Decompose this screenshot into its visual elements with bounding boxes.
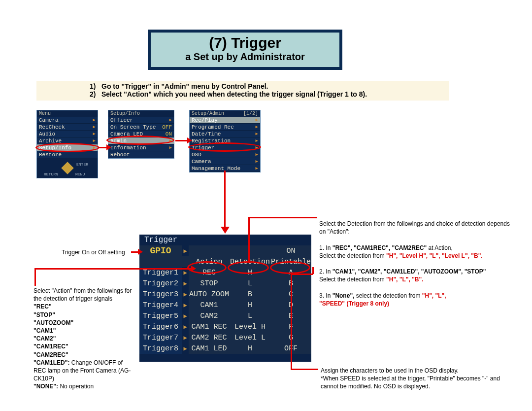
- detection-values: "H", "Level H", "L", "Level L", "B".: [386, 252, 483, 259]
- arrow-line: [312, 267, 314, 274]
- trigger-name[interactable]: Trigger7: [139, 332, 182, 343]
- note-text: *When SPEED is selected at the trigger, …: [321, 375, 503, 390]
- chevron-right-icon: ▶: [93, 117, 96, 123]
- arrow-line: [99, 147, 106, 148]
- trigger-panel: Trigger GPIO ▶ ON Action Detection Print…: [139, 235, 311, 362]
- arrow-line: [34, 269, 36, 286]
- trigger-detection[interactable]: Level H: [230, 321, 270, 332]
- note-text: Select "Action" from the followings for …: [33, 287, 136, 303]
- menu3-item[interactable]: Rec/Play: [192, 117, 218, 123]
- instr-num-2: 2): [90, 90, 101, 98]
- foot-menu: MENU: [75, 172, 85, 176]
- note-gpio-onoff: Trigger On or Off setting: [62, 248, 125, 256]
- note-text: Select the Detection from the followings…: [319, 220, 516, 236]
- menu2-item[interactable]: Officer: [110, 117, 133, 123]
- trigger-action[interactable]: CAM1: [189, 300, 230, 310]
- menu1-item[interactable]: Audio: [39, 131, 55, 137]
- highlight-circle: [35, 143, 100, 152]
- menu2-item[interactable]: Information: [110, 145, 146, 151]
- menu1-item[interactable]: Camera: [39, 117, 59, 123]
- chevron-right-icon: ▶: [256, 117, 258, 123]
- menu2-item[interactable]: Reboot: [110, 152, 130, 158]
- arrow-line: [224, 171, 226, 227]
- note-text: 2. In: [319, 268, 332, 275]
- note-text: Select the detection from: [319, 276, 386, 283]
- note-text: 3. In: [319, 292, 332, 299]
- trigger-name[interactable]: Trigger2: [139, 278, 182, 289]
- action-opt: "STOP": [33, 311, 136, 319]
- chevron-right-icon: ▶: [256, 159, 258, 164]
- menu3-item[interactable]: Camera: [192, 159, 211, 165]
- chevron-right-icon: ▶: [93, 131, 96, 137]
- note-action-list: Select "Action" from the followings for …: [33, 287, 136, 390]
- note-text: "CAM1", "CAM2", "CAM1LED", "AUTOZOOM", "…: [332, 268, 486, 275]
- menu3-page: [1/2]: [243, 111, 258, 116]
- chevron-right-icon: ▶: [182, 278, 189, 289]
- trigger-action[interactable]: AUTO ZOOM: [189, 289, 230, 300]
- arrow-head-right-icon: [191, 266, 196, 272]
- foot-enter: ENTER: [76, 162, 88, 167]
- action-opt: "NONE":: [33, 383, 58, 390]
- highlight-circle: [106, 136, 174, 145]
- note-text: select the detection from: [354, 292, 422, 299]
- chevron-right-icon: ▶: [256, 166, 258, 171]
- trigger-name[interactable]: Trigger5: [139, 310, 182, 321]
- chevron-right-icon: ▶: [182, 289, 189, 300]
- menu2-value: OFF: [162, 124, 172, 130]
- menu3-item[interactable]: Date/Time: [192, 131, 221, 137]
- chevron-right-icon: ▶: [256, 152, 258, 157]
- detection-values: "H", "L",: [422, 292, 446, 299]
- trigger-detection[interactable]: Level L: [230, 332, 270, 343]
- note-text: No operation: [58, 383, 94, 390]
- arrow-line: [131, 251, 138, 253]
- trigger-name[interactable]: Trigger3: [139, 289, 182, 300]
- gpio-value[interactable]: ON: [270, 245, 311, 256]
- trigger-name[interactable]: Trigger6: [139, 321, 182, 332]
- trigger-action[interactable]: CAM2 REC: [189, 332, 230, 343]
- trigger-action[interactable]: CAM1 REC: [189, 321, 230, 332]
- menu2-item[interactable]: On Screen Type: [110, 124, 156, 130]
- trigger-detection[interactable]: B: [230, 289, 270, 300]
- chevron-right-icon: ▶: [182, 332, 189, 343]
- trigger-detection[interactable]: H: [230, 300, 270, 310]
- trigger-detection[interactable]: L: [230, 310, 270, 321]
- chevron-right-icon: ▶: [182, 245, 189, 256]
- arrow-line: [248, 217, 250, 263]
- chevron-right-icon: ▶: [169, 117, 172, 123]
- action-opt: "CAM2": [33, 335, 136, 342]
- arrow-line: [291, 274, 313, 275]
- menu1-header: Menu: [37, 110, 98, 117]
- note-detection: Select the Detection from the followings…: [319, 220, 516, 308]
- trigger-name[interactable]: Trigger4: [139, 300, 182, 310]
- menu3-item[interactable]: Management Mode: [192, 166, 240, 171]
- chevron-right-icon: ▶: [93, 124, 96, 130]
- section-subtitle: a Set up by Administrator: [151, 51, 339, 63]
- trigger-title: Trigger: [139, 235, 311, 245]
- note-printable: Assign the characters to be used in the …: [321, 367, 503, 391]
- instr-text-1: Go to "Trigger" in "Admin" menu by Contr…: [101, 82, 268, 90]
- arrow-line: [291, 274, 292, 370]
- note-text: Select the detection from: [319, 252, 386, 259]
- trigger-detection[interactable]: H: [230, 343, 270, 354]
- action-opt: "CAM2REC": [33, 351, 136, 359]
- trigger-action[interactable]: CAM2: [189, 310, 230, 321]
- arrow-line: [175, 140, 187, 141]
- arrow-line: [291, 369, 318, 370]
- instr-num-1: 1): [90, 82, 101, 90]
- action-opt: "CAM1REC": [33, 342, 136, 350]
- chevron-right-icon: ▶: [182, 343, 189, 354]
- menu1-item[interactable]: RecCheck: [39, 124, 65, 130]
- gpio-label[interactable]: GPIO: [150, 246, 171, 256]
- trigger-action[interactable]: CAM1 LED: [189, 343, 230, 354]
- arrow-line: [34, 268, 192, 270]
- trigger-name[interactable]: Trigger8: [139, 343, 182, 354]
- menu3-item[interactable]: OSD: [192, 152, 201, 158]
- arrow-head-right-icon: [106, 144, 111, 150]
- chevron-right-icon: ▶: [169, 145, 172, 150]
- trigger-detection[interactable]: L: [230, 278, 270, 289]
- trigger-action[interactable]: STOP: [189, 278, 230, 289]
- menu3-item[interactable]: Programed Rec: [192, 124, 234, 130]
- menu1-item[interactable]: Restore: [39, 152, 62, 158]
- instruction-band: 1)Go to "Trigger" in "Admin" menu by Con…: [36, 81, 449, 101]
- action-opt: "CAM1": [33, 327, 136, 335]
